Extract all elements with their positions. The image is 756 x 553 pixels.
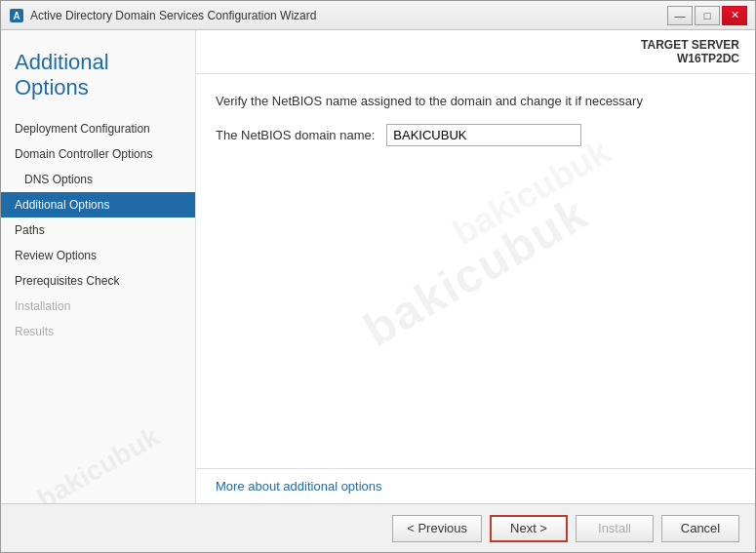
netbios-label: The NetBIOS domain name: bbox=[216, 128, 375, 142]
sidebar-item-prereq[interactable]: Prerequisites Check bbox=[1, 268, 195, 294]
sidebar-item-installation: Installation bbox=[1, 294, 195, 319]
main-content: bakicubuk bakicubuk Verify the NetBIOS n… bbox=[196, 74, 755, 468]
install-button[interactable]: Install bbox=[576, 515, 654, 542]
main-window: A Active Directory Domain Services Confi… bbox=[0, 0, 756, 553]
sidebar-item-review[interactable]: Review Options bbox=[1, 243, 195, 268]
sidebar-item-additional[interactable]: Additional Options bbox=[1, 192, 195, 217]
watermark-1: bakicubuk bbox=[354, 185, 597, 356]
sidebar-watermark-text: bakicubuk bbox=[32, 421, 165, 503]
target-server-info: TARGET SERVER W16TP2DC bbox=[196, 30, 755, 74]
main-panel: TARGET SERVER W16TP2DC bakicubuk bakicub… bbox=[196, 30, 755, 503]
app-icon: A bbox=[9, 8, 24, 23]
sidebar-item-paths[interactable]: Paths bbox=[1, 217, 195, 243]
target-server-name: W16TP2DC bbox=[677, 52, 739, 65]
footer: < Previous Next > Install Cancel bbox=[1, 503, 755, 552]
previous-button[interactable]: < Previous bbox=[392, 515, 482, 542]
close-button[interactable]: ✕ bbox=[722, 6, 747, 25]
cancel-button[interactable]: Cancel bbox=[661, 515, 739, 542]
netbios-input[interactable] bbox=[386, 124, 581, 146]
more-about-link[interactable]: More about additional options bbox=[216, 479, 382, 494]
maximize-button[interactable]: □ bbox=[695, 6, 720, 25]
sidebar-item-deployment[interactable]: Deployment Configuration bbox=[1, 116, 195, 141]
target-server-label: TARGET SERVER bbox=[641, 38, 739, 52]
svg-text:A: A bbox=[13, 11, 20, 21]
verify-text: Verify the NetBIOS name assigned to the … bbox=[216, 94, 736, 108]
title-bar-controls: — □ ✕ bbox=[667, 6, 747, 25]
sidebar-item-dns[interactable]: DNS Options bbox=[1, 167, 195, 192]
page-title: Additional Options bbox=[1, 40, 195, 116]
sidebar: Additional Options bakicubuk Deployment … bbox=[1, 30, 196, 503]
content-area: Additional Options bakicubuk Deployment … bbox=[1, 30, 755, 503]
sidebar-item-results: Results bbox=[1, 319, 195, 344]
minimize-button[interactable]: — bbox=[667, 6, 693, 25]
title-bar: A Active Directory Domain Services Confi… bbox=[1, 1, 755, 30]
title-bar-text: Active Directory Domain Services Configu… bbox=[30, 9, 667, 22]
sidebar-item-dc-options[interactable]: Domain Controller Options bbox=[1, 141, 195, 167]
bottom-link-area: More about additional options bbox=[196, 468, 755, 503]
netbios-field-row: The NetBIOS domain name: bbox=[216, 124, 736, 146]
next-button[interactable]: Next > bbox=[490, 515, 568, 542]
watermark-2: bakicubuk bbox=[446, 131, 617, 253]
